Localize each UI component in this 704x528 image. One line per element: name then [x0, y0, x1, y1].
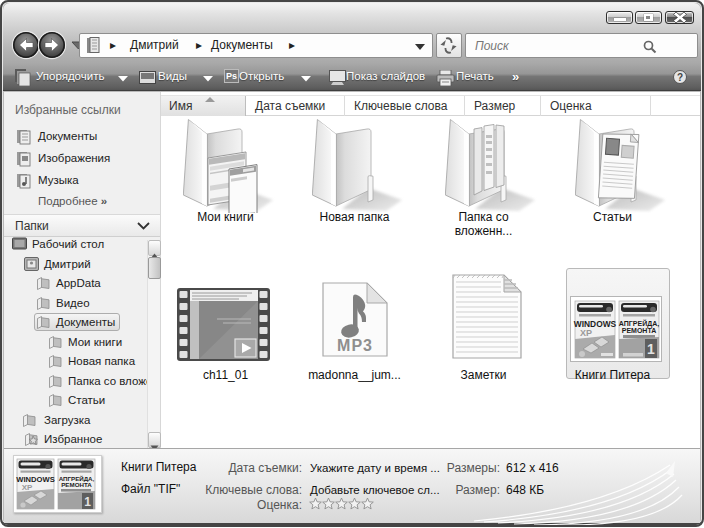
- svg-text:MP3: MP3: [337, 337, 373, 354]
- svg-text:1: 1: [647, 341, 655, 357]
- svg-text:XP: XP: [22, 483, 33, 492]
- svg-text:РЕМОНТА: РЕМОНТА: [61, 481, 92, 488]
- svg-text:1: 1: [84, 495, 91, 509]
- svg-text:РЕМОНТА: РЕМОНТА: [622, 327, 657, 334]
- svg-text:XP: XP: [580, 328, 592, 338]
